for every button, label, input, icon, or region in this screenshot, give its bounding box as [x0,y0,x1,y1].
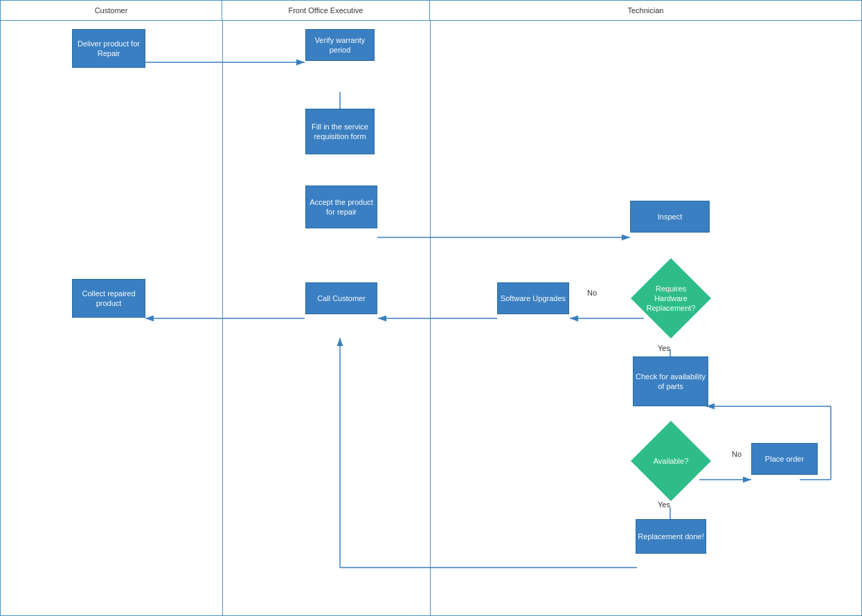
node-accept: Accept the product for repair [305,185,377,228]
divider-1 [222,21,223,615]
node-software: Software Upgrades [497,282,569,314]
lane-header-front: Front Office Executive [222,1,430,20]
node-fill: Fill in the service requisition form [305,109,375,154]
node-collect: Collect repaired product [72,279,145,318]
diagram-container: Customer Front Office Executive Technici… [0,0,862,616]
node-deliver: Deliver product for Repair [72,29,145,68]
divider-2 [430,21,431,615]
node-requires-hw: Requires Hardware Replacement? [631,258,711,338]
lane-header-tech: Technician [430,1,861,20]
node-inspect: Inspect [630,201,710,233]
label-no2: No [732,450,742,458]
node-replacement: Replacement done! [636,519,706,554]
lane-header-customer: Customer [1,1,222,20]
label-yes1: Yes [658,344,670,352]
node-available: Available? [631,421,711,501]
node-verify: Verify warranty period [305,29,375,61]
lane-headers: Customer Front Office Executive Technici… [0,0,862,21]
node-call: Call Customer [305,282,377,314]
node-check-avail: Check for availability of parts [633,356,708,406]
label-yes2: Yes [658,500,670,509]
label-no1: No [587,289,597,297]
node-place-order: Place order [751,443,818,475]
lane-dividers [0,21,862,616]
